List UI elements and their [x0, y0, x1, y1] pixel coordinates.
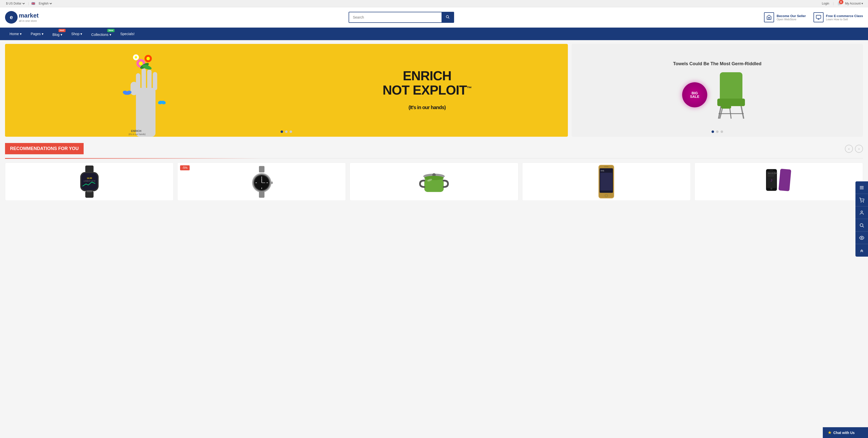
svg-point-12 [139, 62, 143, 65]
svg-rect-65 [604, 166, 609, 167]
product-image-apple-watch: 14.50 LOWEST: 13.74 [74, 167, 104, 197]
product-card-apple-watch[interactable]: 14.50 LOWEST: 13.74 [5, 163, 174, 201]
product-card-classic-watch[interactable]: -5% [177, 163, 346, 201]
cart-count: 0 [839, 0, 843, 4]
svg-rect-71 [767, 174, 776, 175]
svg-rect-62 [600, 173, 612, 191]
svg-point-64 [605, 195, 608, 197]
search-button[interactable] [441, 12, 454, 22]
main-content: ENRICH (It's in our hands) ENRICH NOT EX… [0, 40, 868, 204]
nav-blog[interactable]: Hot! Blog ▾ [48, 28, 67, 40]
side-banner-dots [712, 130, 723, 133]
logo-text: market all in one store [19, 12, 39, 23]
collections-badge: New [107, 29, 115, 32]
dot-2[interactable] [285, 130, 287, 133]
recommendations-nav: ‹ › [845, 145, 863, 153]
monitor-icon [813, 12, 824, 22]
svg-point-14 [147, 57, 150, 61]
top-bar-left: $ US Dollar | 🇬🇧 English [5, 1, 53, 5]
recommendations-title: RECOMMENDATIONS FOR YOU [5, 143, 84, 154]
svg-rect-8 [147, 69, 152, 90]
sidebar-cart[interactable] [856, 194, 868, 204]
svg-rect-9 [153, 72, 157, 90]
svg-rect-75 [770, 170, 773, 170]
svg-rect-40 [259, 166, 265, 173]
logo[interactable]: e market all in one store [5, 11, 39, 24]
svg-point-0 [446, 15, 448, 18]
svg-rect-10 [131, 82, 137, 95]
svg-line-1 [448, 18, 449, 19]
svg-rect-51 [259, 192, 265, 198]
main-banner[interactable]: ENRICH (It's in our hands) ENRICH NOT EX… [5, 44, 568, 137]
ecommerce-class-action[interactable]: Free E-commerce Class Learn How to Sell [813, 12, 863, 22]
svg-text:9:41: 9:41 [601, 170, 604, 172]
svg-rect-52 [271, 181, 273, 184]
header-actions: Become Our Seller Open WebStore Free E-c… [764, 12, 863, 22]
cart-wrapper[interactable]: 🛒 0 [838, 2, 841, 5]
login-link[interactable]: Login [822, 2, 829, 5]
nav-collections[interactable]: New Collections ▾ [87, 28, 116, 40]
discount-badge: -5% [180, 165, 189, 170]
svg-rect-7 [142, 68, 146, 90]
svg-rect-38 [85, 192, 93, 198]
svg-text:ENRICH: ENRICH [131, 129, 142, 132]
side-dot-2[interactable] [716, 130, 719, 133]
svg-text:(It's in our hands): (It's in our hands) [129, 133, 146, 135]
svg-point-56 [424, 176, 443, 180]
product-card-phone-gold[interactable]: 9:41 [522, 163, 691, 201]
product-card-phone-black[interactable]: Save to the Rhythm ♪ [694, 163, 863, 201]
logo-icon: e [5, 11, 18, 24]
next-arrow[interactable]: › [855, 145, 863, 153]
banner-section: ENRICH (It's in our hands) ENRICH NOT EX… [5, 44, 863, 137]
svg-text:14.50: 14.50 [87, 177, 92, 179]
svg-point-80 [863, 202, 864, 202]
nav-shop[interactable]: Shop ▾ [67, 28, 87, 39]
main-nav: Home ▾ Pages ▾ Hot! Blog ▾ Shop ▾ New Co… [0, 28, 868, 40]
svg-rect-66 [779, 169, 792, 191]
product-image-classic-watch [247, 167, 277, 197]
svg-rect-25 [720, 72, 742, 102]
big-sale-badge: BIG SALE [682, 82, 707, 107]
banner-line1: ENRICH NOT EXPLOIT™ (It's in our hands) [382, 69, 472, 112]
nav-home[interactable]: Home ▾ [5, 28, 26, 39]
svg-text:♪: ♪ [770, 177, 773, 182]
side-banner[interactable]: Towels Could Be The Most Germ-Riddled BI… [571, 44, 863, 137]
flag-icon: 🇬🇧 [31, 2, 35, 5]
search-input[interactable] [349, 13, 441, 22]
main-banner-dots [281, 130, 292, 133]
class-text: Free E-commerce Class Learn How to Sell [826, 14, 863, 21]
svg-point-74 [771, 188, 773, 190]
svg-text:Save to the Rhythm: Save to the Rhythm [768, 173, 778, 174]
search-bar [349, 12, 454, 23]
blog-badge: Hot! [59, 29, 66, 32]
side-dot-1[interactable] [712, 130, 714, 133]
sidebar-right [856, 181, 868, 204]
become-seller-action[interactable]: Become Our Seller Open WebStore [764, 12, 806, 22]
prev-arrow[interactable]: ‹ [845, 145, 853, 153]
banner-main-text: ENRICH NOT EXPLOIT™ (It's in our hands) [382, 69, 472, 112]
product-card-pot[interactable] [350, 163, 518, 201]
sidebar-menu[interactable] [856, 181, 868, 194]
svg-rect-72 [767, 176, 774, 176]
seller-text: Become Our Seller Open WebStore [777, 14, 806, 21]
svg-rect-39 [87, 191, 92, 192]
header: e market all in one store Become Our Sel… [0, 7, 868, 28]
svg-rect-29 [721, 102, 731, 109]
language-selector[interactable]: English [38, 1, 53, 5]
recommendations-section: RECOMMENDATIONS FOR YOU ‹ › [5, 143, 863, 201]
nav-specials[interactable]: Specials! [116, 28, 139, 39]
side-dot-3[interactable] [720, 130, 723, 133]
dot-1[interactable] [281, 130, 283, 133]
svg-point-79 [861, 202, 862, 202]
nav-pages[interactable]: Pages ▾ [26, 28, 48, 39]
products-grid: 14.50 LOWEST: 13.74 -5% [5, 163, 863, 201]
top-bar-right: Login | 🛒 0 My Account ▾ [822, 2, 863, 5]
currency-selector[interactable]: $ US Dollar [5, 1, 26, 5]
dot-3[interactable] [289, 130, 292, 133]
product-image-phone-black: Save to the Rhythm ♪ [764, 167, 794, 197]
svg-point-16 [135, 56, 137, 59]
product-image-pot [419, 167, 449, 197]
seller-icon [764, 12, 774, 22]
product-image-phone-gold: 9:41 [591, 167, 621, 197]
my-account-link[interactable]: My Account ▾ [845, 2, 863, 5]
